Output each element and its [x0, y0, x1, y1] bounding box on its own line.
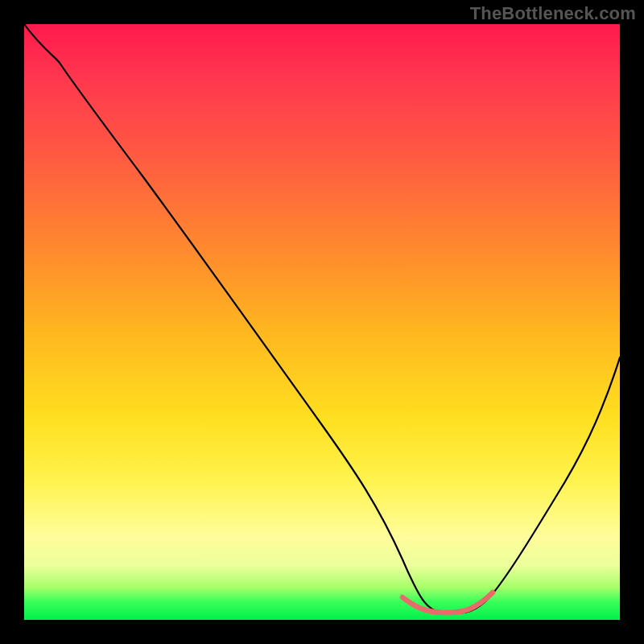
curve-path [24, 24, 620, 613]
plot-area [24, 24, 620, 620]
bottleneck-curve [24, 24, 620, 620]
chart-frame: TheBottleneck.com [0, 0, 644, 644]
watermark-text: TheBottleneck.com [470, 3, 636, 24]
highlight-segment [402, 592, 493, 613]
